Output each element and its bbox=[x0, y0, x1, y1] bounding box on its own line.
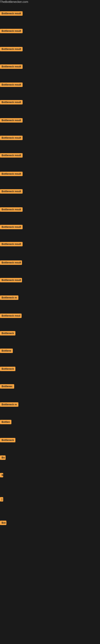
bottleneck-item-23: Bottleneck re bbox=[0, 402, 18, 408]
bottleneck-badge-2[interactable]: Bottleneck result bbox=[0, 29, 23, 33]
bottleneck-item-17: Bottleneck re bbox=[0, 296, 18, 301]
bottleneck-item-6: Bottleneck result bbox=[0, 100, 23, 105]
bottleneck-badge-14[interactable]: Bottleneck result bbox=[0, 242, 23, 246]
bottleneck-badge-17[interactable]: Bottleneck re bbox=[0, 296, 18, 300]
bottleneck-item-1: Bottleneck result bbox=[0, 11, 23, 16]
bottleneck-item-21: Bottleneck bbox=[0, 367, 15, 372]
bottleneck-item-2: Bottleneck result bbox=[0, 29, 23, 34]
bottleneck-item-27: B bbox=[0, 473, 3, 478]
bottleneck-item-11: Bottleneck result bbox=[0, 189, 23, 194]
bottleneck-badge-6[interactable]: Bottleneck result bbox=[0, 100, 23, 104]
bottleneck-badge-25[interactable]: Bottleneck bbox=[0, 438, 15, 442]
bottleneck-item-26: Bo bbox=[0, 456, 6, 461]
bottleneck-badge-4[interactable]: Bottleneck result bbox=[0, 64, 23, 69]
bottleneck-badge-18[interactable]: Bottleneck resul bbox=[0, 314, 22, 318]
bottleneck-badge-3[interactable]: Bottleneck result bbox=[0, 47, 23, 51]
bottleneck-item-24: Bottlen bbox=[0, 420, 11, 425]
bottleneck-item-9: Bottleneck result bbox=[0, 153, 23, 158]
bottleneck-item-7: Bottleneck result bbox=[0, 118, 23, 123]
bottleneck-item-10: Bottleneck result bbox=[0, 172, 23, 177]
bottleneck-badge-29[interactable]: Bot bbox=[0, 521, 6, 525]
bottleneck-item-16: Bottleneck result bbox=[0, 278, 22, 283]
bottleneck-item-29: Bot bbox=[0, 521, 6, 526]
bottleneck-badge-28[interactable]: | bbox=[0, 497, 3, 502]
bottleneck-item-20: Bottlene bbox=[0, 348, 13, 354]
bottleneck-badge-16[interactable]: Bottleneck result bbox=[0, 278, 22, 282]
bottleneck-item-18: Bottleneck resul bbox=[0, 314, 22, 319]
bottleneck-badge-15[interactable]: Bottleneck result bbox=[0, 260, 22, 265]
bottleneck-item-15: Bottleneck result bbox=[0, 260, 22, 266]
bottleneck-item-22: Bottlenec bbox=[0, 384, 14, 390]
bottleneck-item-19: Bottleneck bbox=[0, 331, 15, 336]
bottleneck-item-4: Bottleneck result bbox=[0, 64, 23, 70]
site-header: TheBottlenecker.com bbox=[0, 0, 100, 4]
bottleneck-badge-1[interactable]: Bottleneck result bbox=[0, 11, 23, 16]
bottleneck-badge-24[interactable]: Bottlen bbox=[0, 420, 11, 424]
bottleneck-item-25: Bottleneck bbox=[0, 438, 15, 443]
bottleneck-badge-5[interactable]: Bottleneck result bbox=[0, 82, 23, 87]
bottleneck-badge-12[interactable]: Bottleneck result bbox=[0, 207, 23, 212]
bottleneck-item-3: Bottleneck result bbox=[0, 47, 23, 52]
bottleneck-badge-13[interactable]: Bottleneck result bbox=[0, 225, 23, 229]
bottleneck-badge-7[interactable]: Bottleneck result bbox=[0, 118, 23, 122]
bottleneck-badge-20[interactable]: Bottlene bbox=[0, 348, 13, 353]
bottleneck-badge-21[interactable]: Bottleneck bbox=[0, 367, 15, 371]
bottleneck-item-8: Bottleneck result bbox=[0, 136, 23, 141]
bottleneck-badge-9[interactable]: Bottleneck result bbox=[0, 153, 23, 158]
bottleneck-item-28: | bbox=[0, 497, 3, 502]
bottleneck-badge-27[interactable]: B bbox=[0, 473, 3, 477]
bottleneck-badge-11[interactable]: Bottleneck result bbox=[0, 189, 23, 194]
bottleneck-badge-8[interactable]: Bottleneck result bbox=[0, 136, 23, 140]
bottleneck-badge-23[interactable]: Bottleneck re bbox=[0, 402, 18, 407]
bottleneck-item-13: Bottleneck result bbox=[0, 225, 23, 230]
bottleneck-badge-10[interactable]: Bottleneck result bbox=[0, 172, 23, 176]
bottleneck-badge-26[interactable]: Bo bbox=[0, 456, 6, 460]
bottleneck-item-12: Bottleneck result bbox=[0, 207, 23, 212]
bottleneck-item-14: Bottleneck result bbox=[0, 242, 23, 247]
bottleneck-item-5: Bottleneck result bbox=[0, 82, 23, 88]
site-title: TheBottlenecker.com bbox=[0, 0, 28, 6]
bottleneck-badge-19[interactable]: Bottleneck bbox=[0, 331, 15, 336]
bottleneck-badge-22[interactable]: Bottlenec bbox=[0, 384, 14, 388]
